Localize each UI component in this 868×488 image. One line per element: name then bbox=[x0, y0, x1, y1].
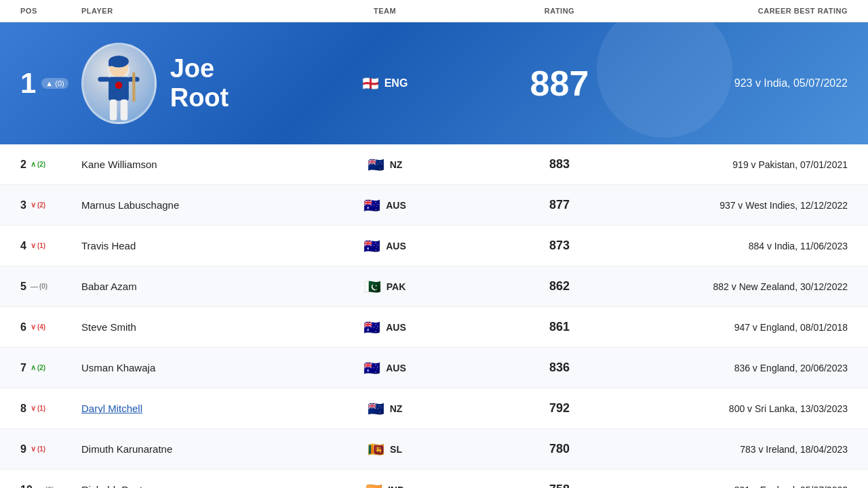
rating-cell: 873 bbox=[498, 239, 620, 253]
svg-point-2 bbox=[108, 56, 129, 68]
rating-cell: 780 bbox=[498, 442, 620, 456]
header-pos: POS bbox=[20, 7, 81, 15]
header-player: PLAYER bbox=[81, 7, 271, 15]
player-cell: Dimuth Karunaratne bbox=[81, 443, 271, 455]
team-code: NZ bbox=[390, 159, 403, 170]
position-cell: 10 —(0) bbox=[20, 484, 81, 489]
team-flag: 🇦🇺 bbox=[363, 321, 380, 334]
trend-arrow: ∧ bbox=[31, 160, 36, 169]
team-code: PAK bbox=[387, 281, 406, 292]
team-cell: 🇱🇰 SL bbox=[271, 443, 498, 456]
position-number: 6 bbox=[20, 321, 26, 333]
trend-arrow: ∨ bbox=[31, 241, 36, 250]
hero-player-name: Joe Root bbox=[170, 54, 271, 113]
trend-number: (0) bbox=[39, 283, 47, 290]
player-link[interactable]: Daryl Mitchell bbox=[81, 403, 142, 414]
trend-arrow: ∧ bbox=[31, 363, 36, 372]
table-row: 9 ∨(1) Dimuth Karunaratne 🇱🇰 SL 780 783 … bbox=[0, 429, 868, 470]
trend-number: (2) bbox=[37, 201, 45, 209]
career-best-cell: 801 v England, 05/07/2022 bbox=[620, 485, 848, 489]
table-header: POS PLAYER TEAM RATING CAREER BEST RATIN… bbox=[0, 0, 868, 22]
hero-career-best: 923 v India, 05/07/2022 bbox=[620, 77, 848, 89]
team-cell: 🇳🇿 NZ bbox=[271, 402, 498, 415]
trend-number: (2) bbox=[37, 161, 45, 168]
team-code: AUS bbox=[386, 241, 406, 251]
position-cell: 2 ∧(2) bbox=[20, 159, 81, 171]
rating-cell: 758 bbox=[498, 483, 620, 488]
career-best-cell: 947 v England, 08/01/2018 bbox=[620, 322, 848, 333]
svg-point-10 bbox=[115, 82, 123, 89]
trend-indicator: ∨(2) bbox=[31, 201, 45, 209]
position-number: 8 bbox=[20, 403, 26, 415]
trend-indicator: —(0) bbox=[37, 486, 54, 489]
player-cell: Travis Head bbox=[81, 240, 271, 251]
team-flag: 🇦🇺 bbox=[363, 361, 380, 375]
trend-arrow: ∨ bbox=[31, 445, 36, 453]
hero-rating: 887 bbox=[498, 63, 620, 104]
team-code: AUS bbox=[386, 322, 406, 333]
player-cell: Marnus Labuschagne bbox=[81, 199, 271, 211]
team-code: AUS bbox=[386, 363, 406, 373]
team-code: IND bbox=[388, 485, 404, 489]
trend-number: (4) bbox=[37, 323, 45, 331]
team-cell: 🇦🇺 AUS bbox=[271, 321, 498, 334]
position-cell: 3 ∨(2) bbox=[20, 199, 81, 211]
team-code: SL bbox=[390, 444, 402, 455]
position-number: 4 bbox=[20, 240, 26, 252]
trend-indicator: ∨(1) bbox=[31, 241, 45, 250]
hero-flag: 🏴󠁧󠁢󠁥󠁮󠁧󠁿 bbox=[362, 77, 379, 90]
team-code: NZ bbox=[390, 403, 403, 414]
table-row: 2 ∧(2) Kane Williamson 🇳🇿 NZ 883 919 v P… bbox=[0, 144, 868, 185]
rating-cell: 836 bbox=[498, 361, 620, 375]
position-cell: 9 ∨(1) bbox=[20, 443, 81, 455]
team-flag: 🇱🇰 bbox=[368, 443, 384, 456]
svg-rect-7 bbox=[110, 100, 117, 121]
svg-rect-3 bbox=[108, 62, 111, 66]
team-cell: 🇵🇰 PAK bbox=[271, 280, 498, 293]
team-flag: 🇦🇺 bbox=[363, 199, 380, 212]
table-row: 7 ∧(2) Usman Khawaja 🇦🇺 AUS 836 836 v En… bbox=[0, 348, 868, 388]
svg-rect-9 bbox=[132, 73, 135, 102]
trend-arrow: — bbox=[31, 283, 38, 291]
position-number: 5 bbox=[20, 281, 26, 293]
player-cell: Rishabh Pant bbox=[81, 484, 271, 488]
hero-player-info: Joe Root bbox=[81, 43, 271, 124]
team-flag: 🇦🇺 bbox=[363, 239, 380, 253]
trend-indicator: —(0) bbox=[31, 283, 47, 291]
table-row: 10 —(0) Rishabh Pant 🇮🇳 IND 758 801 v En… bbox=[0, 470, 868, 488]
team-flag: 🇳🇿 bbox=[368, 158, 384, 171]
trend-indicator: ∨(4) bbox=[31, 323, 45, 331]
svg-rect-5 bbox=[98, 77, 111, 82]
position-number: 10 bbox=[20, 484, 33, 489]
position-cell: 6 ∨(4) bbox=[20, 321, 81, 333]
rating-cell: 883 bbox=[498, 157, 620, 171]
career-best-cell: 783 v Ireland, 18/04/2023 bbox=[620, 444, 848, 455]
career-best-cell: 882 v New Zealand, 30/12/2022 bbox=[620, 281, 848, 292]
player-cell: Steve Smith bbox=[81, 321, 271, 333]
player-cell: Kane Williamson bbox=[81, 159, 271, 170]
trend-indicator: ∨(1) bbox=[31, 445, 45, 453]
trend-number: (1) bbox=[37, 445, 45, 453]
hero-team-code: ENG bbox=[384, 77, 408, 89]
team-cell: 🇦🇺 AUS bbox=[271, 361, 498, 375]
table-row: 8 ∨(1) Daryl Mitchell 🇳🇿 NZ 792 800 v Sr… bbox=[0, 388, 868, 429]
position-cell: 5 —(0) bbox=[20, 281, 81, 293]
position-cell: 7 ∧(2) bbox=[20, 362, 81, 374]
career-best-cell: 836 v England, 20/06/2023 bbox=[620, 363, 848, 373]
rankings-table: 2 ∧(2) Kane Williamson 🇳🇿 NZ 883 919 v P… bbox=[0, 144, 868, 488]
career-best-cell: 800 v Sri Lanka, 13/03/2023 bbox=[620, 403, 848, 414]
trend-number: (1) bbox=[37, 242, 45, 249]
table-row: 5 —(0) Babar Azam 🇵🇰 PAK 862 882 v New Z… bbox=[0, 266, 868, 307]
header-team: TEAM bbox=[271, 7, 498, 15]
team-flag: 🇳🇿 bbox=[368, 402, 384, 415]
career-best-cell: 937 v West Indies, 12/12/2022 bbox=[620, 200, 848, 211]
trend-arrow: ∨ bbox=[31, 404, 36, 413]
team-flag: 🇵🇰 bbox=[364, 280, 381, 293]
table-row: 4 ∨(1) Travis Head 🇦🇺 AUS 873 884 v Indi… bbox=[0, 226, 868, 266]
hero-trend-badge: ▲ (0) bbox=[41, 78, 68, 89]
position-number: 9 bbox=[20, 443, 26, 455]
position-cell: 8 ∨(1) bbox=[20, 403, 81, 415]
trend-arrow: ∨ bbox=[31, 201, 36, 209]
team-cell: 🇦🇺 AUS bbox=[271, 199, 498, 212]
team-flag: 🇮🇳 bbox=[366, 483, 382, 489]
